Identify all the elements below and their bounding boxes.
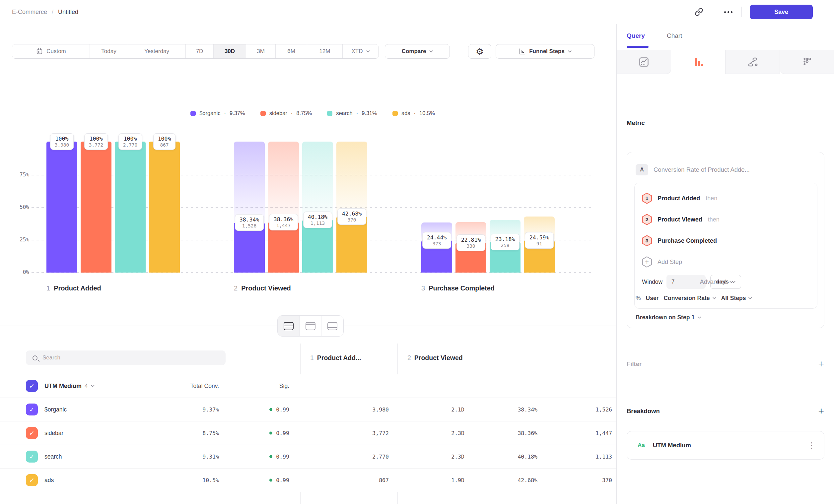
filter-section: Filter + bbox=[627, 358, 824, 370]
chevron-down-icon bbox=[748, 297, 752, 299]
row-label: ads bbox=[44, 477, 54, 484]
insights-type-tab[interactable] bbox=[617, 50, 671, 74]
group-by-control[interactable]: UTM Medium 4 bbox=[44, 383, 94, 390]
more-options-button[interactable] bbox=[721, 5, 736, 19]
check-icon: ✓ bbox=[29, 406, 35, 413]
date-range-today[interactable]: Today bbox=[90, 44, 128, 59]
conversion-window-row: Window days Advanced bbox=[642, 275, 741, 289]
add-step-icon: + bbox=[642, 256, 652, 268]
step-label-3: 3Purchase Completed bbox=[421, 284, 495, 292]
date-range-7d[interactable]: 7D bbox=[186, 44, 214, 59]
funnel-step-row-2[interactable]: 2 Product Viewed then bbox=[642, 213, 720, 226]
step2-count-cell: 1,113 bbox=[595, 454, 612, 460]
funnel-step-row-3[interactable]: 3 Purchase Completed bbox=[642, 234, 723, 247]
flows-type-tab[interactable] bbox=[726, 50, 780, 74]
search-input[interactable] bbox=[42, 354, 202, 361]
breadcrumb-project[interactable]: E-Commerce bbox=[12, 8, 47, 16]
tab-query[interactable]: Query bbox=[627, 32, 645, 40]
check-icon: ✓ bbox=[29, 382, 35, 390]
chart-settings-button[interactable]: ⚙ bbox=[468, 44, 491, 59]
measure-scope-select[interactable]: All Steps bbox=[721, 295, 752, 302]
layout-split-button[interactable] bbox=[278, 316, 300, 336]
metric-title[interactable]: Conversion Rate of Product Adde... bbox=[654, 166, 750, 174]
date-range-xtd[interactable]: XTD bbox=[343, 44, 378, 59]
funnels-type-tab[interactable] bbox=[671, 50, 726, 74]
measure-metric-select[interactable]: Conversion Rate bbox=[663, 295, 716, 302]
total-conv-cell: 9.37% bbox=[202, 407, 219, 413]
step2-duration-cell: 2.3D bbox=[451, 454, 464, 460]
copy-link-button[interactable] bbox=[692, 5, 706, 19]
chevron-down-icon bbox=[429, 50, 433, 53]
chart-type-selector[interactable]: Funnel Steps bbox=[496, 44, 594, 59]
row-checkbox[interactable]: ✓ bbox=[26, 404, 38, 415]
add-filter-button[interactable]: + bbox=[818, 359, 824, 369]
total-conv-cell: 8.75% bbox=[202, 430, 219, 436]
retention-type-tab[interactable] bbox=[780, 50, 834, 74]
step2-conv-cell: 40.18% bbox=[518, 454, 537, 460]
total-conv-column-header[interactable]: Total Conv. bbox=[191, 383, 219, 390]
flows-icon bbox=[747, 56, 759, 68]
funnel-bar[interactable] bbox=[81, 142, 111, 273]
breakdown-section: Breakdown + bbox=[627, 405, 824, 417]
step-label-1: 1Product Added bbox=[46, 284, 101, 292]
funnel-bar[interactable] bbox=[336, 216, 367, 273]
layout-chart-only-button[interactable] bbox=[300, 316, 322, 336]
kebab-menu-icon[interactable]: ⋮ bbox=[808, 441, 815, 450]
add-breakdown-button[interactable]: + bbox=[818, 406, 824, 416]
funnel-ghost-bar bbox=[336, 142, 367, 216]
y-axis-tick: 0% bbox=[5, 269, 29, 275]
step2-count-cell: 1,447 bbox=[595, 430, 612, 436]
date-range-custom[interactable]: Custom bbox=[12, 44, 90, 59]
step-number-badge: 1 bbox=[642, 193, 652, 204]
table-step1-header: 1Product Add... bbox=[310, 354, 361, 362]
date-range-3m[interactable]: 3M bbox=[246, 44, 276, 59]
row-checkbox[interactable]: ✓ bbox=[26, 474, 38, 486]
date-range-6m[interactable]: 6M bbox=[276, 44, 307, 59]
row-checkbox[interactable]: ✓ bbox=[26, 451, 38, 462]
step1-count-cell: 867 bbox=[379, 477, 389, 483]
bar-value-label: 22.81%330 bbox=[457, 234, 486, 251]
table-step2-header: 2Product Viewed bbox=[408, 354, 463, 362]
date-range-12m[interactable]: 12M bbox=[307, 44, 343, 59]
measure-entity[interactable]: User bbox=[646, 295, 659, 302]
legend-item-organic[interactable]: $organic·9.37% bbox=[191, 110, 245, 116]
insights-icon bbox=[638, 56, 650, 68]
funnel-steps-card: 1 Product Added then 2 Product Viewed th… bbox=[634, 183, 817, 309]
sig-column-header[interactable]: Sig. bbox=[279, 383, 289, 390]
legend-swatch bbox=[191, 111, 196, 116]
advanced-toggle[interactable]: Advanced bbox=[700, 278, 733, 285]
layout-table-only-button[interactable] bbox=[322, 316, 343, 336]
step2-count-cell: 370 bbox=[602, 477, 612, 483]
save-button[interactable]: Save bbox=[750, 5, 813, 19]
chart-legend: $organic·9.37% sidebar·8.75% search·9.31… bbox=[31, 110, 594, 116]
date-range-control: Custom Today Yesterday 7D 30D 3M 6M 12M … bbox=[12, 44, 379, 59]
step2-duration-cell: 1.9D bbox=[451, 477, 464, 483]
row-label: $organic bbox=[44, 406, 67, 413]
step2-conv-cell: 42.68% bbox=[518, 477, 537, 483]
step2-count-cell: 1,526 bbox=[595, 407, 612, 413]
date-range-yesterday[interactable]: Yesterday bbox=[128, 44, 186, 59]
breakdown-on-step-select[interactable]: Breakdown on Step 1 bbox=[636, 314, 701, 321]
funnel-bar[interactable] bbox=[115, 142, 146, 273]
date-range-30d[interactable]: 30D bbox=[214, 44, 246, 59]
report-title[interactable]: Untitled bbox=[58, 8, 78, 16]
funnel-bar[interactable] bbox=[46, 142, 77, 273]
legend-item-search[interactable]: search·9.31% bbox=[327, 110, 377, 116]
funnel-bar[interactable] bbox=[149, 142, 180, 273]
legend-item-sidebar[interactable]: sidebar·8.75% bbox=[260, 110, 312, 116]
tab-chart[interactable]: Chart bbox=[667, 32, 682, 40]
funnel-step-row-1[interactable]: 1 Product Added then bbox=[642, 192, 717, 205]
chevron-down-icon bbox=[698, 316, 701, 319]
add-step-button[interactable]: + Add Step bbox=[642, 256, 682, 268]
row-checkbox[interactable]: ✓ bbox=[26, 427, 38, 439]
compare-button[interactable]: Compare bbox=[385, 44, 450, 59]
metric-card: A Conversion Rate of Product Adde... 1 P… bbox=[627, 152, 825, 328]
split-view-icon bbox=[284, 322, 293, 330]
select-all-checkbox[interactable]: ✓ bbox=[26, 380, 38, 392]
table-row: ✓sidebar8.75%0.993,7722.3D38.36%1,447 bbox=[0, 421, 616, 445]
row-label: sidebar bbox=[44, 430, 63, 437]
legend-item-ads[interactable]: ads·10.5% bbox=[392, 110, 435, 116]
bar-value-label: 38.34%1,526 bbox=[235, 214, 264, 231]
calendar-icon bbox=[36, 48, 43, 55]
breakdown-item-utm-medium[interactable]: Aa UTM Medium ⋮ bbox=[627, 431, 825, 460]
